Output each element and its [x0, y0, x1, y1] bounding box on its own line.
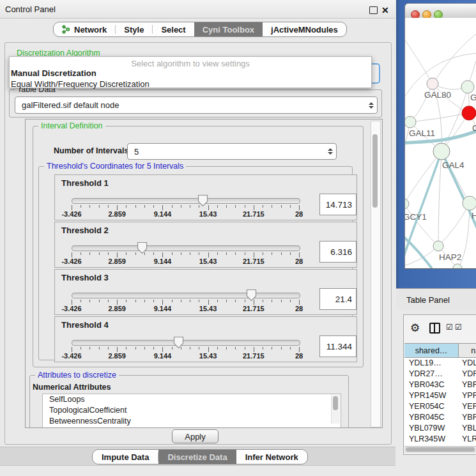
table-data-combo-value: galFiltered.sif default node [15, 100, 365, 110]
network-node[interactable] [461, 81, 474, 93]
thresholds-group: Threshold's Coordinates for 5 Intervals … [38, 166, 353, 360]
table-panel-title: Table Panel [406, 295, 450, 305]
threshold-3-value[interactable]: 21.4 [319, 288, 357, 310]
table-row[interactable]: YBR043CYBR043C [404, 380, 476, 390]
network-node[interactable] [433, 241, 443, 251]
scrollbar-thumb[interactable] [406, 447, 475, 452]
threshold-1-panel: Threshold 1 -3.426 2.859 9.144 15.43 21.… [54, 174, 357, 220]
network-icon [62, 25, 70, 34]
checkbox-icon[interactable]: ☑ [446, 323, 453, 331]
number-of-intervals-combo[interactable]: 5 [127, 143, 337, 160]
combo-arrows-icon [325, 148, 336, 155]
tab-style[interactable]: Style [116, 22, 152, 36]
threshold-2-value[interactable]: 6.316 [319, 241, 357, 263]
threshold-2-slider-track[interactable] [72, 245, 300, 251]
control-panel-title: Control Panel [5, 4, 56, 14]
slider-ticks [72, 252, 299, 257]
table-row[interactable]: YPR145WYPR145W [404, 390, 476, 401]
number-of-intervals-value: 5 [128, 147, 325, 157]
tab-infer-network[interactable]: Infer Network [236, 450, 307, 464]
network-window[interactable]: GAL80GCGAL11GAL4GCY1HHAP2 [404, 3, 476, 269]
network-node[interactable] [405, 199, 409, 209]
tab-discretize-data[interactable]: Discretize Data [158, 450, 236, 464]
settings-scroll-panel: Interval Definition Number of Intervals … [25, 119, 383, 428]
apply-button[interactable]: Apply [172, 429, 219, 443]
algorithm-dropdown-popup: Select algorithm to view settings Manual… [9, 56, 372, 88]
list-scrollbar[interactable] [331, 395, 340, 424]
network-window-titlebar[interactable] [405, 4, 476, 19]
network-node[interactable] [462, 106, 476, 120]
threshold-4-slider-track[interactable] [72, 340, 300, 346]
node-label: GAL4 [442, 160, 464, 170]
table-horizontal-scrollbar[interactable] [404, 446, 476, 453]
combo-arrows-icon [365, 102, 377, 109]
settings-scrollbar[interactable] [371, 121, 381, 427]
table-header-row: shared… name [404, 343, 476, 358]
checkbox-icon[interactable]: ☑ [455, 323, 462, 331]
tab-cyni-toolbox[interactable]: Cyni Toolbox [194, 22, 263, 36]
scrollbar-thumb[interactable] [372, 134, 378, 208]
interval-definition-title: Interval Definition [38, 121, 105, 130]
close-icon[interactable]: ✕ [381, 5, 389, 15]
slider-scale-labels: -3.426 2.859 9.144 15.43 21.715 28 [72, 210, 299, 218]
threshold-4-slider-thumb[interactable] [173, 336, 184, 349]
numerical-attributes-list[interactable]: SelfLoops TopologicalCoefficient Between… [42, 394, 341, 428]
tab-network[interactable]: Network [54, 22, 115, 36]
threshold-3-panel: Threshold 3 -3.426 2.859 9.144 15.43 21.… [54, 269, 357, 315]
node-label: C [472, 123, 476, 133]
slider-scale-labels: -3.426 2.859 9.144 15.43 21.715 28 [72, 305, 299, 312]
control-panel-titlebar: Control Panel ✕ [0, 0, 395, 19]
split-columns-icon[interactable] [429, 323, 440, 334]
network-node[interactable] [463, 196, 476, 210]
attributes-group: Attributes to discretize Numerical Attri… [29, 375, 349, 428]
threshold-1-slider-track[interactable] [72, 198, 300, 204]
network-node[interactable] [427, 78, 438, 89]
slider-ticks [72, 205, 299, 210]
threshold-1-slider-thumb[interactable] [197, 194, 208, 207]
table-row[interactable]: YDL19…YDL19 [404, 358, 476, 369]
table-row[interactable]: YBL079WYBL079W [404, 423, 476, 434]
tab-jactivemnodules[interactable]: jActiveMNodules [263, 22, 346, 36]
tab-impute-data[interactable]: Impute Data [93, 450, 158, 464]
numerical-attributes-label: Numerical Attributes [33, 383, 111, 392]
list-item[interactable]: TopologicalCoefficient [43, 405, 341, 416]
table-panel: ⚙ ☑ ☑ shared… name YDL19…YDL19 YDR27…YDR… [403, 314, 476, 455]
slider-ticks [72, 347, 299, 352]
gear-icon[interactable]: ⚙ [410, 323, 420, 334]
network-node[interactable] [433, 143, 450, 160]
list-item[interactable]: SelfLoops [43, 394, 341, 405]
threshold-1-label: Threshold 1 [61, 178, 109, 188]
table-row[interactable]: YDR27…YDR27 [404, 369, 476, 380]
node-label: GCY1 [405, 212, 427, 222]
network-node[interactable] [405, 116, 416, 128]
table-data-combo[interactable]: galFiltered.sif default node [15, 96, 378, 114]
threshold-4-label: Threshold 4 [61, 320, 109, 330]
app-screen: Control Panel ✕ Network Style Select Cyn… [0, 0, 476, 476]
node-label: H [472, 211, 476, 220]
table-data-group: Table Data galFiltered.sif default node [9, 89, 382, 118]
threshold-1-value[interactable]: 14.713 [319, 194, 357, 215]
list-item[interactable]: BetweennessCentrality [43, 416, 341, 427]
table-row[interactable]: YLR345WYLR345W [404, 434, 476, 445]
table-row[interactable]: YBR045CYBR045C [404, 412, 476, 423]
node-label: G [470, 93, 476, 102]
column-header-shared-name[interactable]: shared… [404, 344, 459, 357]
threshold-2-panel: Threshold 2 -3.426 2.859 9.144 15.43 21.… [54, 222, 357, 268]
column-header-name[interactable]: name [459, 344, 476, 357]
attributes-group-title: Attributes to discretize [35, 371, 119, 380]
slider-scale-labels: -3.426 2.859 9.144 15.43 21.715 28 [72, 352, 299, 360]
interval-definition-group: Interval Definition Number of Intervals … [33, 126, 364, 367]
node-label: HAP2 [439, 252, 461, 262]
table-panel-bar: Table Panel [396, 288, 476, 310]
threshold-3-slider-thumb[interactable] [246, 289, 257, 302]
menu-item-equal-width-frequency[interactable]: Equal Width/Frequency Discretization [10, 79, 371, 89]
threshold-3-slider-track[interactable] [72, 293, 300, 298]
threshold-2-slider-thumb[interactable] [137, 242, 148, 254]
thresholds-group-title: Threshold's Coordinates for 5 Intervals [44, 162, 186, 171]
network-canvas[interactable]: GAL80GCGAL11GAL4GCY1HHAP2 [405, 18, 476, 268]
float-window-icon[interactable] [369, 6, 378, 14]
table-row[interactable]: YER054CYER054C [404, 401, 476, 412]
menu-item-manual-discretization[interactable]: Manual Discretization [10, 68, 371, 79]
tab-select[interactable]: Select [153, 22, 194, 36]
threshold-4-value[interactable]: 11.344 [319, 335, 357, 357]
